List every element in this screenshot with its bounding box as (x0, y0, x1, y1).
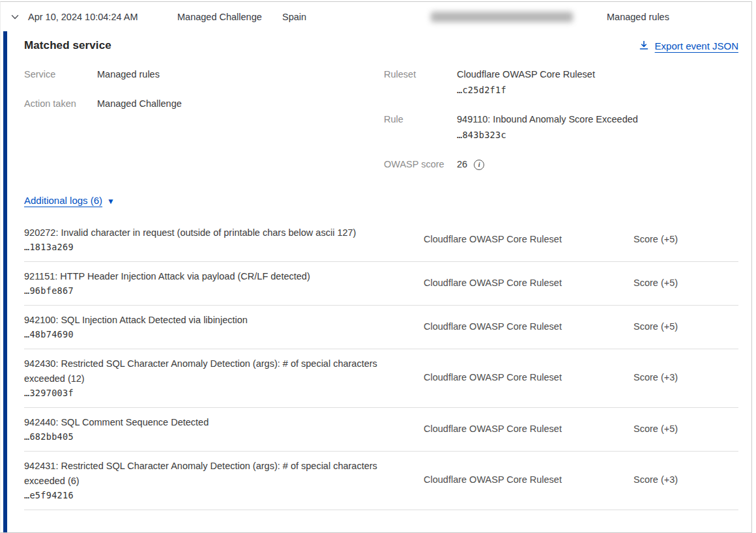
download-icon (639, 40, 649, 51)
service-value: Managed rules (97, 68, 160, 81)
log-score: Score (+3) (633, 372, 738, 382)
rule-detail: Rule 949110: Inbound Anomaly Score Excee… (384, 113, 738, 142)
log-rule-id-hash: …1813a269 (24, 242, 404, 252)
additional-logs-section: Additional logs (6) ▼ 920272: Invalid ch… (24, 195, 738, 510)
log-ruleset-name: Cloudflare OWASP Core Ruleset (424, 234, 633, 244)
log-row: 942431: Restricted SQL Character Anomaly… (24, 452, 738, 510)
log-score: Score (+5) (633, 424, 738, 434)
log-rule-id-hash: …e5f94216 (24, 490, 404, 500)
event-details-panel: Matched service Export event JSON Servic… (3, 31, 751, 532)
owasp-score-value: 26 (457, 158, 467, 171)
log-ruleset-name: Cloudflare OWASP Core Ruleset (424, 278, 633, 288)
owasp-score-detail: OWASP score 26 i (384, 158, 738, 171)
log-row-main: 921151: HTTP Header Injection Attack via… (24, 269, 424, 296)
event-action: Managed Challenge (177, 12, 282, 22)
event-timestamp: Apr 10, 2024 10:04:24 AM (28, 12, 177, 22)
log-ruleset-name: Cloudflare OWASP Core Ruleset (424, 474, 633, 485)
event-row-header[interactable]: Apr 10, 2024 10:04:24 AM Managed Challen… (1, 2, 751, 31)
owasp-score-label: OWASP score (384, 158, 457, 171)
owasp-score-wrap: 26 i (457, 158, 484, 171)
log-row: 942430: Restricted SQL Character Anomaly… (24, 349, 738, 408)
additional-logs-list: 920272: Invalid character in request (ou… (24, 218, 738, 510)
log-row: 942440: SQL Comment Sequence Detected …6… (24, 408, 738, 452)
ruleset-id-hash: …c25d2f1f (457, 83, 595, 97)
log-score: Score (+3) (633, 474, 738, 485)
event-service: Managed rules (607, 12, 751, 22)
firewall-event-row: Apr 10, 2024 10:04:24 AM Managed Challen… (0, 1, 752, 533)
log-score: Score (+5) (633, 321, 738, 332)
rule-id-hash: …843b323c (457, 128, 638, 142)
details-right-column: Ruleset Cloudflare OWASP Core Ruleset …c… (384, 68, 738, 187)
log-rule-description: 942440: SQL Comment Sequence Detected (24, 415, 404, 430)
log-score: Score (+5) (633, 234, 738, 244)
ruleset-value-block: Cloudflare OWASP Core Ruleset …c25d2f1f (457, 68, 595, 97)
log-score: Score (+5) (633, 278, 738, 288)
log-ruleset-name: Cloudflare OWASP Core Ruleset (424, 424, 633, 434)
log-row-main: 920272: Invalid character in request (ou… (24, 225, 424, 252)
caret-down-icon: ▼ (107, 197, 115, 205)
additional-logs-toggle[interactable]: Additional logs (6) ▼ (24, 195, 115, 206)
redacted-blur-box (431, 12, 573, 22)
rule-value-block: 949110: Inbound Anomaly Score Exceeded …… (457, 113, 638, 142)
ruleset-name: Cloudflare OWASP Core Ruleset (457, 69, 595, 79)
log-ruleset-name: Cloudflare OWASP Core Ruleset (424, 372, 633, 382)
ruleset-detail: Ruleset Cloudflare OWASP Core Ruleset …c… (384, 68, 738, 97)
action-taken-value: Managed Challenge (97, 97, 182, 111)
event-redacted-field (431, 12, 607, 22)
log-row-main: 942100: SQL Injection Attack Detected vi… (24, 313, 424, 339)
service-detail: Service Managed rules (24, 68, 384, 81)
chevron-down-icon (10, 12, 20, 22)
log-rule-description: 921151: HTTP Header Injection Attack via… (24, 269, 404, 284)
export-link-label: Export event JSON (655, 40, 738, 51)
log-rule-description: 942431: Restricted SQL Character Anomaly… (24, 459, 404, 489)
collapse-toggle[interactable] (10, 12, 28, 22)
panel-title: Matched service (24, 39, 111, 52)
log-ruleset-name: Cloudflare OWASP Core Ruleset (424, 321, 633, 332)
export-event-json-link[interactable]: Export event JSON (639, 40, 738, 51)
rule-label: Rule (384, 113, 457, 142)
log-row-main: 942430: Restricted SQL Character Anomaly… (24, 356, 424, 398)
log-row: 920272: Invalid character in request (ou… (24, 218, 738, 262)
rule-description: 949110: Inbound Anomaly Score Exceeded (457, 114, 638, 124)
log-rule-description: 920272: Invalid character in request (ou… (24, 225, 404, 240)
log-rule-id-hash: …48b74690 (24, 329, 404, 339)
log-row-main: 942431: Restricted SQL Character Anomaly… (24, 459, 424, 500)
log-row-main: 942440: SQL Comment Sequence Detected …6… (24, 415, 424, 442)
panel-header: Matched service Export event JSON (24, 39, 738, 52)
log-rule-description: 942100: SQL Injection Attack Detected vi… (24, 313, 404, 328)
details-left-column: Service Managed rules Action taken Manag… (24, 68, 384, 187)
panel-footer-spacer (24, 510, 738, 518)
service-label: Service (24, 68, 97, 81)
log-row: 942100: SQL Injection Attack Detected vi… (24, 306, 738, 349)
action-taken-detail: Action taken Managed Challenge (24, 97, 384, 111)
log-rule-description: 942430: Restricted SQL Character Anomaly… (24, 356, 404, 386)
log-rule-id-hash: …682bb405 (24, 431, 404, 442)
log-rule-id-hash: …3297003f (24, 388, 404, 398)
action-taken-label: Action taken (24, 97, 97, 111)
ruleset-label: Ruleset (384, 68, 457, 97)
info-icon[interactable]: i (474, 160, 484, 170)
additional-logs-label: Additional logs (6) (24, 195, 102, 206)
log-row: 921151: HTTP Header Injection Attack via… (24, 262, 738, 306)
event-country: Spain (282, 12, 431, 22)
matched-service-details: Service Managed rules Action taken Manag… (24, 68, 738, 187)
log-rule-id-hash: …96bfe867 (24, 285, 404, 296)
